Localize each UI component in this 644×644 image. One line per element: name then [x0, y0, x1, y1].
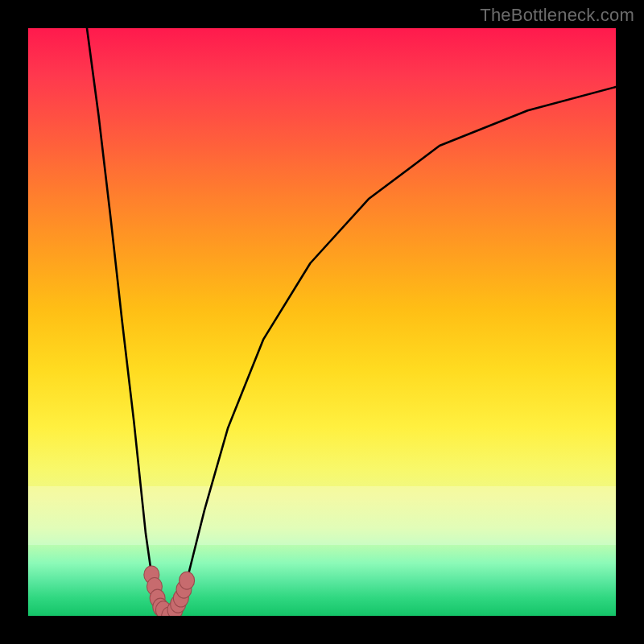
- plot-area: [28, 28, 616, 616]
- chart-frame: TheBottleneck.com: [0, 0, 644, 644]
- curve-curve-left: [87, 28, 169, 616]
- curve-curve-right: [169, 87, 616, 616]
- curve-layer: [28, 28, 616, 616]
- marker-dot: [180, 572, 195, 589]
- watermark-text: TheBottleneck.com: [480, 5, 634, 26]
